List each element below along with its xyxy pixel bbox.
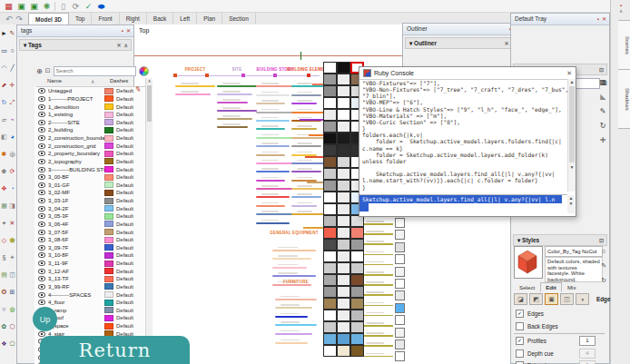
tags-tray-titlebar[interactable]: tags ▪✕	[17, 25, 133, 37]
tool-icon-36[interactable]: ❖	[0, 335, 8, 352]
tag-color-chip[interactable]	[104, 190, 113, 196]
tool-icon-31[interactable]: ⊞	[8, 283, 16, 300]
tag-color-chip[interactable]	[104, 151, 113, 157]
tag-color-chip[interactable]	[104, 182, 113, 188]
tag-dash-value[interactable]: Default	[116, 127, 133, 133]
update-style-icon[interactable]: ✎	[601, 261, 606, 271]
tag-color-chip[interactable]	[104, 323, 113, 330]
background-settings-icon[interactable]: ▣	[545, 293, 558, 305]
visibility-eye-icon[interactable]	[38, 120, 45, 125]
tag-row[interactable]: 2---------SITEDefault	[34, 119, 144, 127]
card-icon[interactable]: ▯	[58, 2, 68, 11]
tag-row[interactable]: 3----------BUILDING STO..Default	[34, 165, 144, 173]
tool-icon-3[interactable]: ○	[8, 42, 16, 59]
refresh-icon[interactable]: ⟳	[71, 2, 81, 11]
tag-row[interactable]: 3_99-RFDefault	[34, 283, 144, 291]
visibility-eye-icon[interactable]	[38, 206, 45, 212]
tool-icon-16[interactable]: ⊕	[0, 162, 8, 180]
tag-color-chip[interactable]	[104, 158, 113, 164]
tags-scrollbar[interactable]: ∧	[145, 78, 153, 364]
tool-icon-37[interactable]: ⬠	[8, 335, 16, 352]
tool-icon-9[interactable]: ⤢	[8, 93, 16, 111]
tag-dash-value[interactable]: Default	[116, 174, 133, 180]
visibility-eye-icon[interactable]	[38, 104, 45, 110]
value-field[interactable]: 1	[579, 336, 596, 346]
add-tag-icon[interactable]: ⊕	[36, 67, 43, 75]
visibility-eye-icon[interactable]	[38, 167, 45, 172]
visibility-eye-icon[interactable]	[38, 331, 45, 337]
tag-color-chip[interactable]	[104, 221, 113, 227]
tag-color-chip[interactable]	[104, 283, 113, 290]
search-input[interactable]	[54, 66, 136, 76]
modeling-settings-icon[interactable]: ◖	[576, 293, 589, 305]
tool-icon-25[interactable]: ⬟	[8, 231, 16, 249]
tag-color-chip[interactable]	[104, 198, 113, 204]
visibility-eye-icon[interactable]	[38, 221, 45, 227]
tag-color-chip[interactable]	[104, 307, 113, 313]
tag-dash-value[interactable]: Default	[116, 292, 133, 298]
scene-tab-plan[interactable]: Plan	[197, 13, 222, 25]
tag-dash-value[interactable]: Default	[116, 237, 133, 242]
tag-dash-value[interactable]: Default	[116, 198, 133, 203]
tag-color-chip[interactable]	[104, 143, 113, 149]
scene-tab-front[interactable]: Front	[92, 13, 119, 25]
tag-color-chip[interactable]	[104, 213, 113, 220]
tag-folder-icon[interactable]: ⊡	[45, 67, 51, 74]
secondary-pane-icon[interactable]: ✛	[599, 135, 606, 146]
tag-color-chip[interactable]	[104, 237, 113, 243]
tag-dash-value[interactable]: Default	[116, 308, 133, 313]
scene-tab-section[interactable]: Section	[222, 13, 256, 25]
console-output[interactable]: "VBO-Fixtures"=> ["7"], "VBO-Non-Fixture…	[359, 79, 567, 192]
styles-tab-edit[interactable]: Edit	[540, 282, 562, 292]
side-tab-shadows[interactable]: Shadows	[618, 69, 630, 129]
ruby-console-titlebar[interactable]: Ruby Console ✕	[359, 67, 576, 80]
console-scrollbar[interactable]: ▲▼	[567, 79, 576, 192]
style-name-field[interactable]: Color_By_Tag NoCut	[545, 246, 603, 257]
tag-color-chip[interactable]	[104, 244, 113, 251]
tag-color-chip[interactable]	[104, 261, 113, 267]
tag-dash-value[interactable]: Default	[116, 245, 133, 251]
tag-color-chip[interactable]	[104, 135, 113, 142]
tag-color-chip[interactable]	[104, 276, 113, 282]
visibility-eye-icon[interactable]	[38, 88, 45, 93]
refresh-style-icon[interactable]: ↻	[601, 275, 606, 286]
styles-tab-select[interactable]: Select	[514, 282, 540, 292]
tool-icon-21[interactable]: ◨	[8, 197, 16, 214]
visibility-eye-icon[interactable]	[38, 198, 45, 203]
tag-dash-value[interactable]: Default	[116, 88, 133, 93]
visibility-eye-icon[interactable]	[38, 127, 45, 133]
scene-tab-top[interactable]: Top	[69, 13, 92, 25]
watermark-settings-icon[interactable]: ◫	[560, 293, 574, 305]
sample-paint-icon[interactable]: ◣	[599, 92, 606, 103]
tag-row[interactable]: 3_00-BFDefault	[34, 173, 144, 182]
checkbox[interactable]	[516, 322, 524, 330]
tag-dash-value[interactable]: Default	[116, 323, 133, 329]
checkbox[interactable]: ✓	[516, 310, 524, 318]
tag-color-chip[interactable]	[104, 127, 113, 133]
tag-dash-value[interactable]: Default	[116, 190, 133, 195]
tool-icon-8[interactable]: ↻	[0, 93, 8, 111]
tool-icon-12[interactable]: ◧	[0, 128, 8, 145]
panel-collapse-icon[interactable]: ∧	[124, 43, 128, 48]
tool-icon-22[interactable]: ⌖	[0, 214, 8, 231]
tags-panel-header[interactable]: ▾ Tags ✕∧	[19, 39, 132, 51]
tag-dash-value[interactable]: Default	[116, 159, 133, 164]
value-field[interactable]: 4	[579, 349, 596, 359]
green-box-2-icon[interactable]: ▣	[29, 2, 39, 11]
default-tray-titlebar[interactable]: Default Tray ▪✕	[511, 14, 609, 25]
scene-tab-right[interactable]: Right	[120, 13, 147, 25]
tag-color-chip[interactable]	[104, 103, 113, 110]
tool-icon-30[interactable]: ✪	[0, 283, 8, 300]
visibility-eye-icon[interactable]	[38, 245, 45, 251]
visibility-eye-icon[interactable]	[38, 276, 45, 281]
styles-panel-header[interactable]: ▾ Styles ⊡	[513, 234, 607, 246]
undo-icon[interactable]: ↶	[5, 15, 13, 24]
tag-dash-value[interactable]: Default	[116, 120, 133, 125]
tool-icon-35[interactable]: ⬡	[8, 318, 16, 335]
tag-row[interactable]: 3_09-7FDefault	[34, 244, 144, 252]
tool-icon-14[interactable]: ✱	[0, 145, 8, 162]
tag-dash-value[interactable]: Default	[116, 261, 133, 266]
tag-color-chip[interactable]	[104, 229, 113, 235]
visibility-eye-icon[interactable]	[38, 284, 45, 290]
visibility-eye-icon[interactable]	[38, 269, 45, 274]
